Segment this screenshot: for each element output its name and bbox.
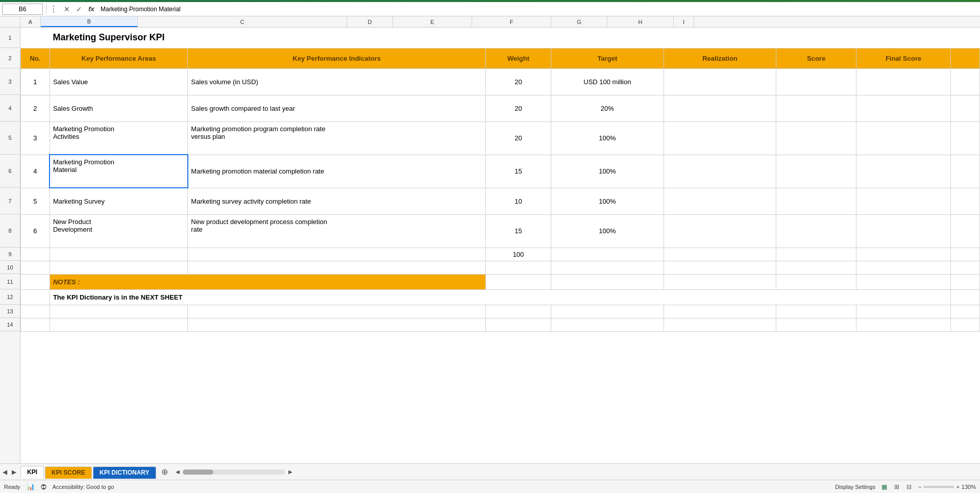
cell-weight-3[interactable]: 20 [485,121,551,155]
cell-g13[interactable] [776,305,856,318]
cell-d10[interactable] [485,261,551,274]
row-num-12[interactable]: 12 [0,289,20,305]
cell-no-6[interactable]: 6 [21,214,50,248]
row-num-4[interactable]: 4 [0,95,20,121]
cell-final-4[interactable] [856,155,950,188]
cell-weight-5[interactable]: 10 [485,188,551,214]
cell-kpi-4[interactable]: Marketing promotion material completion … [188,155,486,188]
cell-f11[interactable] [664,274,776,289]
scroll-right-arrow[interactable]: ► [287,468,293,476]
cell-e13[interactable] [551,305,664,318]
cell-real-4[interactable] [664,155,776,188]
cell-weight-total[interactable]: 100 [485,248,551,261]
cell-real-5[interactable] [664,188,776,214]
col-header-f[interactable]: F [472,16,551,27]
cell-e11[interactable] [551,274,664,289]
cell-final-1[interactable] [856,68,950,95]
cell-a10[interactable] [21,261,50,274]
cell-a11[interactable] [21,274,50,289]
cell-f14[interactable] [664,318,776,331]
cell-c14[interactable] [188,318,486,331]
cell-area-5[interactable]: Marketing Survey [50,188,187,214]
row-num-11[interactable]: 11 [0,274,20,289]
cell-target-6[interactable]: 100% [551,214,664,248]
cancel-formula-btn[interactable]: ✕ [62,4,72,14]
col-header-b[interactable]: B [41,16,138,27]
cell-extra-6[interactable] [950,214,979,248]
col-header-i[interactable]: I [674,16,694,27]
cell-final-3[interactable] [856,121,950,155]
cell-weight-2[interactable]: 20 [485,95,551,121]
cell-area-1[interactable]: Sales Value [50,68,187,95]
cell-h11[interactable] [856,274,950,289]
cell-notes-text[interactable]: The KPI Dictionary is in the NEXT SHEET [50,289,950,305]
cell-no-3[interactable]: 3 [21,121,50,155]
cell-a13[interactable] [21,305,50,318]
cell-score-2[interactable] [776,95,856,121]
row-num-1[interactable]: 1 [0,28,20,48]
cell-no-2[interactable]: 2 [21,95,50,121]
cell-g10[interactable] [776,261,856,274]
cell-i13[interactable] [950,305,979,318]
zoom-in-btn[interactable]: + [956,484,959,490]
cell-no-4[interactable]: 4 [21,155,50,188]
cell-score-5[interactable] [776,188,856,214]
hscroll-track[interactable] [183,470,285,475]
cell-h10[interactable] [856,261,950,274]
accessibility-icon[interactable]: ⓵ [41,484,46,490]
cell-kpi-1[interactable]: Sales volume (in USD) [188,68,486,95]
row-num-6[interactable]: 6 [0,155,20,188]
cell-i14[interactable] [950,318,979,331]
cell-b14[interactable] [50,318,187,331]
cell-final-5[interactable] [856,188,950,214]
cell-target-2[interactable]: 20% [551,95,664,121]
cell-notes-label[interactable]: NOTES : [50,274,485,289]
cell-d13[interactable] [485,305,551,318]
scroll-left-arrow[interactable]: ◄ [175,468,181,476]
row-num-13[interactable]: 13 [0,305,20,318]
cell-kpi-6[interactable]: New product development process completi… [188,214,486,248]
row-num-2[interactable]: 2 [0,48,20,68]
cell-area-2[interactable]: Sales Growth [50,95,187,121]
add-sheet-button[interactable]: ⊕ [159,466,170,478]
cell-g9[interactable] [776,248,856,261]
cell-c13[interactable] [188,305,486,318]
cell-g11[interactable] [776,274,856,289]
zoom-level[interactable]: 130% [962,484,976,490]
cell-extra-4[interactable] [950,155,979,188]
row-num-9[interactable]: 9 [0,248,20,261]
cell-area-4[interactable]: Marketing Promotion Material [50,155,187,188]
cell-d11[interactable] [485,274,551,289]
cell-h14[interactable] [856,318,950,331]
cell-final-6[interactable] [856,214,950,248]
cell-weight-6[interactable]: 15 [485,214,551,248]
tab-scroll-right[interactable]: ▶ [9,467,18,477]
hscroll-thumb[interactable] [183,470,213,475]
formula-input[interactable] [99,4,978,15]
function-btn[interactable]: fx [86,4,96,14]
cell-c9[interactable] [188,248,486,261]
cell-i10[interactable] [950,261,979,274]
cell-area-3[interactable]: Marketing Promotion Activities [50,121,187,155]
cell-i9[interactable] [950,248,979,261]
cell-final-2[interactable] [856,95,950,121]
cell-f10[interactable] [664,261,776,274]
cell-c10[interactable] [188,261,486,274]
cell-i1[interactable] [950,28,979,48]
row-num-7[interactable]: 7 [0,188,20,214]
cell-target-4[interactable]: 100% [551,155,664,188]
cell-g14[interactable] [776,318,856,331]
cell-kpi-3[interactable]: Marketing promotion program completion r… [188,121,486,155]
cell-extra-3[interactable] [950,121,979,155]
cell-e9[interactable] [551,248,664,261]
cell-extra-2[interactable] [950,95,979,121]
cell-b13[interactable] [50,305,187,318]
cell-h9[interactable] [856,248,950,261]
normal-view-btn[interactable]: ▦ [879,482,890,492]
zoom-out-btn[interactable]: − [918,484,921,490]
page-break-btn[interactable]: ⊟ [904,482,914,492]
name-box[interactable]: B6 [2,4,43,15]
cell-a9[interactable] [21,248,50,261]
col-header-d[interactable]: D [347,16,393,27]
cell-target-3[interactable]: 100% [551,121,664,155]
